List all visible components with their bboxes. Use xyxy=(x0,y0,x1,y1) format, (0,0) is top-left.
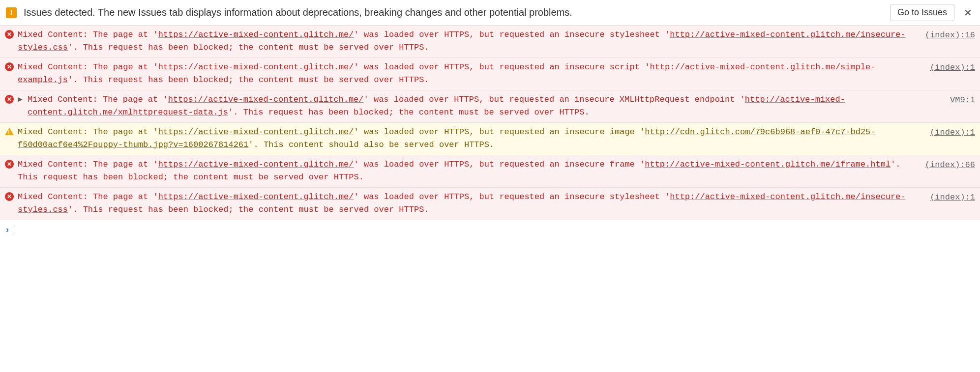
error-icon: ✕ xyxy=(5,160,14,169)
console-message: ✕Mixed Content: The page at 'https://act… xyxy=(0,188,980,220)
console-message: Mixed Content: The page at 'https://acti… xyxy=(0,123,980,155)
message-source-link[interactable]: (index):1 xyxy=(930,61,975,74)
message-source-link[interactable]: (index):16 xyxy=(925,29,975,42)
console-message: ✕Mixed Content: The page at 'https://act… xyxy=(0,155,980,188)
error-icon: ✕ xyxy=(5,192,14,201)
message-text: Mixed Content: The page at 'https://acti… xyxy=(18,61,918,86)
url-link[interactable]: https://active-mixed-content.glitch.me/ xyxy=(158,160,354,169)
expand-icon[interactable]: ▶ xyxy=(18,94,24,104)
message-text: Mixed Content: The page at 'https://acti… xyxy=(18,191,918,216)
message-text: Mixed Content: The page at 'https://acti… xyxy=(18,29,913,54)
message-source-link[interactable]: (index):1 xyxy=(930,126,975,139)
console-message: ✕Mixed Content: The page at 'https://act… xyxy=(0,58,980,90)
console-message: ✕Mixed Content: The page at 'https://act… xyxy=(0,26,980,58)
message-source-link[interactable]: (index):66 xyxy=(925,158,975,172)
console-message-list: ✕Mixed Content: The page at 'https://act… xyxy=(0,26,980,220)
close-icon[interactable]: ✕ xyxy=(961,6,974,19)
console-input[interactable] xyxy=(19,224,974,235)
error-icon: ✕ xyxy=(5,62,14,71)
issues-icon: ! xyxy=(6,7,17,18)
url-link[interactable]: http://active-mixed-content.glitch.me/if… xyxy=(645,160,891,169)
message-text: Mixed Content: The page at 'https://acti… xyxy=(18,158,913,183)
error-icon: ✕ xyxy=(5,30,14,39)
console-prompt[interactable]: › xyxy=(0,220,980,239)
url-link[interactable]: https://active-mixed-content.glitch.me/ xyxy=(168,95,364,104)
message-text: Mixed Content: The page at 'https://acti… xyxy=(18,126,918,151)
console-message: ✕▶Mixed Content: The page at 'https://ac… xyxy=(0,90,980,123)
url-link[interactable]: https://active-mixed-content.glitch.me/ xyxy=(158,192,354,201)
input-caret xyxy=(14,225,14,234)
issues-banner-message: Issues detected. The new Issues tab disp… xyxy=(24,7,883,18)
error-icon: ✕ xyxy=(5,95,14,104)
message-source-link[interactable]: VM9:1 xyxy=(950,93,975,107)
message-source-link[interactable]: (index):1 xyxy=(930,191,975,204)
issues-banner: ! Issues detected. The new Issues tab di… xyxy=(0,0,980,26)
url-link[interactable]: https://active-mixed-content.glitch.me/ xyxy=(158,62,354,72)
warning-icon xyxy=(5,128,14,135)
url-link[interactable]: https://active-mixed-content.glitch.me/ xyxy=(158,127,354,137)
chevron-right-icon: › xyxy=(6,225,9,235)
go-to-issues-button[interactable]: Go to Issues xyxy=(890,4,954,21)
url-link[interactable]: https://active-mixed-content.glitch.me/ xyxy=(158,30,354,39)
message-text: Mixed Content: The page at 'https://acti… xyxy=(28,93,938,118)
